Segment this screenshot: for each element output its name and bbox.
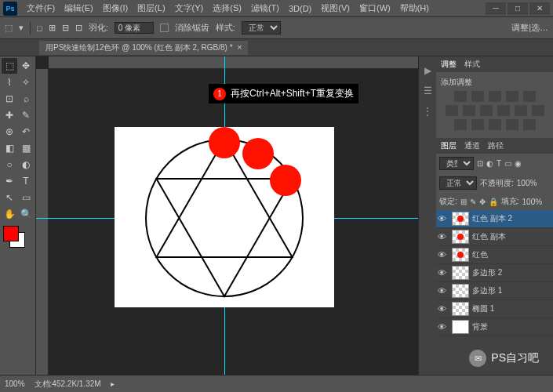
- menu-edit[interactable]: 编辑(E): [60, 2, 98, 14]
- lock-icon[interactable]: ✎: [470, 198, 476, 206]
- visibility-icon[interactable]: 👁: [438, 250, 449, 260]
- tab-layers[interactable]: 图层: [441, 140, 457, 151]
- type-tool[interactable]: T: [18, 173, 34, 189]
- layer-row[interactable]: 👁红色 副本: [436, 228, 553, 246]
- ruler-horizontal[interactable]: [49, 56, 418, 69]
- menu-select[interactable]: 选择(S): [208, 2, 246, 14]
- adj-icon[interactable]: [471, 91, 484, 102]
- sel-add-icon[interactable]: ⊞: [49, 23, 56, 33]
- lock-icon[interactable]: 🔒: [489, 198, 498, 206]
- menu-image[interactable]: 图像(I): [98, 2, 133, 14]
- adj-icon[interactable]: [471, 119, 484, 130]
- layer-row[interactable]: 👁红色: [436, 246, 553, 264]
- crop-tool[interactable]: ⊡: [2, 91, 17, 107]
- adj-icon[interactable]: [532, 105, 544, 116]
- visibility-icon[interactable]: 👁: [438, 232, 449, 241]
- wand-tool[interactable]: ✧: [18, 74, 34, 90]
- adj-icon[interactable]: [523, 119, 536, 130]
- menu-help[interactable]: 帮助(H): [395, 2, 434, 14]
- canvas-area[interactable]: 1 再按Ctrl+Alt+Shift+T重复变换: [36, 56, 418, 375]
- menu-filter[interactable]: 滤镜(T): [246, 2, 284, 14]
- filter-icon[interactable]: ◐: [486, 159, 493, 168]
- marquee-tool[interactable]: ⬚: [2, 58, 17, 74]
- menu-layer[interactable]: 图层(L): [133, 2, 169, 14]
- path-tool[interactable]: ↖: [2, 190, 17, 205]
- document-tab[interactable]: 用PS快速绘制12色环 @ 100% (红色 副本 2, RGB/8) * ×: [39, 41, 248, 55]
- adj-icon[interactable]: [506, 91, 518, 102]
- sel-intersect-icon[interactable]: ⊡: [75, 23, 82, 33]
- adj-icon[interactable]: [454, 119, 467, 130]
- adj-icon[interactable]: [523, 91, 536, 102]
- opacity-value[interactable]: 100%: [517, 179, 537, 187]
- maximize-button[interactable]: □: [508, 2, 528, 15]
- adj-icon[interactable]: [489, 119, 501, 130]
- layer-row[interactable]: 👁多边形 1: [436, 282, 553, 300]
- lock-icon[interactable]: ⊞: [460, 198, 467, 206]
- dodge-tool[interactable]: ◐: [18, 157, 34, 172]
- menu-file[interactable]: 文件(F): [22, 2, 60, 14]
- visibility-icon[interactable]: 👁: [438, 268, 449, 278]
- antialias-check[interactable]: [160, 24, 169, 32]
- layer-thumbnail[interactable]: [452, 212, 469, 226]
- history-icon[interactable]: ☰: [421, 85, 434, 97]
- fg-color[interactable]: [3, 226, 19, 241]
- menu-type[interactable]: 文字(Y): [170, 2, 209, 14]
- layer-thumbnail[interactable]: [452, 302, 469, 316]
- visibility-icon[interactable]: 👁: [438, 304, 449, 314]
- menu-view[interactable]: 视图(V): [316, 2, 355, 14]
- move-tool[interactable]: ✥: [18, 58, 34, 74]
- fill-value[interactable]: 100%: [522, 198, 543, 206]
- adj-icon[interactable]: [497, 105, 510, 116]
- ruler-vertical[interactable]: [36, 69, 49, 375]
- gradient-tool[interactable]: ▦: [18, 140, 34, 156]
- zoom-value[interactable]: 100%: [5, 379, 25, 388]
- eyedrop-tool[interactable]: ⌕: [18, 91, 34, 107]
- blend-mode[interactable]: 正常: [439, 176, 477, 190]
- refine-button[interactable]: 调整|选…: [511, 22, 548, 34]
- visibility-icon[interactable]: 👁: [438, 214, 449, 223]
- sel-new-icon[interactable]: □: [37, 24, 42, 33]
- play-icon[interactable]: ▶: [421, 64, 434, 77]
- hand-tool[interactable]: ✋: [2, 206, 17, 222]
- stamp-tool[interactable]: ⊛: [2, 124, 17, 140]
- color-swatches[interactable]: [2, 226, 33, 251]
- minimize-button[interactable]: ─: [486, 2, 506, 15]
- menu-window[interactable]: 窗口(W): [355, 2, 395, 14]
- heal-tool[interactable]: ✚: [2, 107, 17, 123]
- layer-thumbnail[interactable]: [452, 230, 469, 244]
- eraser-tool[interactable]: ◧: [2, 140, 17, 156]
- brush-tool[interactable]: ✎: [18, 107, 34, 123]
- layer-row[interactable]: 👁椭圆 1: [436, 300, 553, 318]
- adj-icon[interactable]: [463, 105, 475, 116]
- sel-sub-icon[interactable]: ⊟: [62, 23, 69, 33]
- close-button[interactable]: ✕: [529, 2, 550, 15]
- shape-tool[interactable]: ▭: [18, 190, 34, 205]
- tab-channels[interactable]: 通道: [464, 140, 480, 151]
- filter-icon[interactable]: ▭: [504, 159, 511, 168]
- visibility-icon[interactable]: 👁: [438, 322, 449, 332]
- layer-row[interactable]: 👁多边形 2: [436, 264, 553, 282]
- visibility-icon[interactable]: 👁: [438, 286, 449, 296]
- adj-icon[interactable]: [446, 105, 458, 116]
- layer-thumbnail[interactable]: [452, 266, 469, 280]
- style-select[interactable]: 正常: [242, 21, 281, 34]
- feather-input[interactable]: [115, 22, 154, 34]
- tab-paths[interactable]: 路径: [488, 140, 504, 151]
- menu-3d[interactable]: 3D(D): [284, 4, 316, 13]
- tab-styles[interactable]: 样式: [464, 59, 480, 70]
- layer-filter[interactable]: 类型: [439, 157, 474, 170]
- adj-icon[interactable]: [506, 119, 518, 130]
- layer-row[interactable]: 👁背景: [436, 318, 553, 336]
- adj-icon[interactable]: [489, 91, 501, 102]
- char-icon[interactable]: ⋮: [421, 105, 434, 118]
- blur-tool[interactable]: ○: [2, 157, 17, 172]
- zoom-tool[interactable]: 🔍: [18, 206, 34, 222]
- layer-thumbnail[interactable]: [452, 284, 469, 298]
- adj-icon[interactable]: [454, 91, 467, 102]
- lock-icon[interactable]: ✥: [479, 198, 486, 206]
- pen-tool[interactable]: ✒: [2, 173, 17, 189]
- layer-thumbnail[interactable]: [452, 248, 469, 262]
- history-tool[interactable]: ↶: [18, 124, 34, 140]
- filter-icon[interactable]: ⊡: [477, 159, 483, 168]
- canvas[interactable]: [115, 127, 334, 307]
